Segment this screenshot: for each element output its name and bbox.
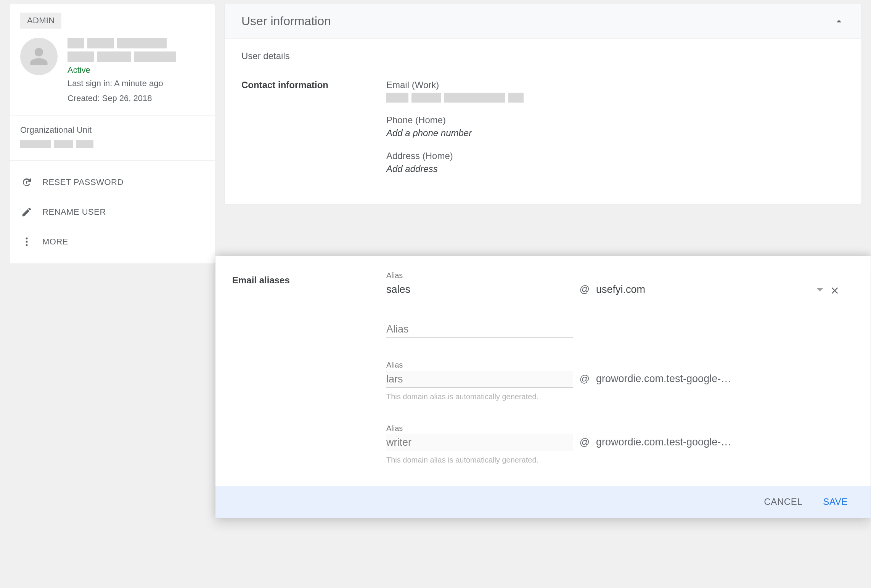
panel-header[interactable]: User information xyxy=(225,4,861,39)
contact-info-label: Contact information xyxy=(241,80,386,186)
redacted-email-value xyxy=(386,93,845,103)
phone-label: Phone (Home) xyxy=(386,115,845,125)
main-panel: User information User details Contact in… xyxy=(224,4,862,204)
avatar xyxy=(20,38,58,75)
created-date: Created: Sep 26, 2018 xyxy=(67,92,204,105)
pencil-icon xyxy=(20,206,33,218)
at-symbol: @ xyxy=(573,283,596,298)
domain-value-4: growordie.com.test-google-… xyxy=(596,436,846,451)
reset-password-label: RESET PASSWORD xyxy=(42,177,124,187)
rename-user-label: RENAME USER xyxy=(42,207,106,217)
last-signin: Last sign in: A minute ago xyxy=(67,77,204,90)
chevron-up-icon[interactable] xyxy=(833,16,845,27)
redacted-org-unit xyxy=(20,140,204,148)
alias-input-new[interactable] xyxy=(386,321,573,338)
email-aliases-panel: Email aliases Alias @ usefyi.co xyxy=(215,256,871,518)
remove-alias-button[interactable] xyxy=(823,285,846,298)
phone-placeholder[interactable]: Add a phone number xyxy=(386,128,845,138)
dropdown-caret-icon xyxy=(816,288,823,291)
reset-password-button[interactable]: RESET PASSWORD xyxy=(10,167,215,197)
reset-password-icon xyxy=(20,176,33,189)
alias-action-bar: CANCEL SAVE xyxy=(215,486,871,518)
alias-input-1[interactable] xyxy=(386,281,573,298)
address-placeholder[interactable]: Add address xyxy=(386,164,845,174)
panel-title: User information xyxy=(241,14,331,28)
cancel-button[interactable]: CANCEL xyxy=(764,496,802,507)
rename-user-button[interactable]: RENAME USER xyxy=(10,197,215,227)
user-details-heading: User details xyxy=(241,51,845,61)
domain-value-3: growordie.com.test-google-… xyxy=(596,373,846,388)
alias-field-label: Alias xyxy=(386,271,846,280)
org-unit-label: Organizational Unit xyxy=(20,125,204,135)
redacted-name xyxy=(67,38,204,48)
alias-field-label: Alias xyxy=(386,361,846,370)
alias-input-4 xyxy=(386,434,573,451)
svg-point-1 xyxy=(26,241,28,243)
svg-point-0 xyxy=(26,238,28,239)
domain-select-1[interactable]: usefyi.com xyxy=(596,281,823,298)
at-symbol: @ xyxy=(573,373,596,388)
alias-field-label: Alias xyxy=(386,424,846,433)
email-aliases-label: Email aliases xyxy=(232,271,386,464)
more-button[interactable]: MORE xyxy=(10,227,215,257)
sidebar: ADMIN Active Last sign in: A minute ago … xyxy=(9,4,215,264)
svg-point-2 xyxy=(26,244,28,246)
alias-input-3 xyxy=(386,371,573,388)
save-button[interactable]: SAVE xyxy=(823,496,848,507)
admin-badge: ADMIN xyxy=(20,13,61,29)
alias-auto-hint: This domain alias is automatically gener… xyxy=(386,456,846,464)
alias-auto-hint: This domain alias is automatically gener… xyxy=(386,392,846,401)
at-symbol: @ xyxy=(573,436,596,451)
more-vert-icon xyxy=(20,235,33,248)
domain-value-1: usefyi.com xyxy=(596,284,645,296)
email-label: Email (Work) xyxy=(386,80,845,90)
more-label: MORE xyxy=(42,237,68,247)
status-badge: Active xyxy=(67,65,204,75)
redacted-email xyxy=(67,51,204,62)
address-label: Address (Home) xyxy=(386,151,845,161)
